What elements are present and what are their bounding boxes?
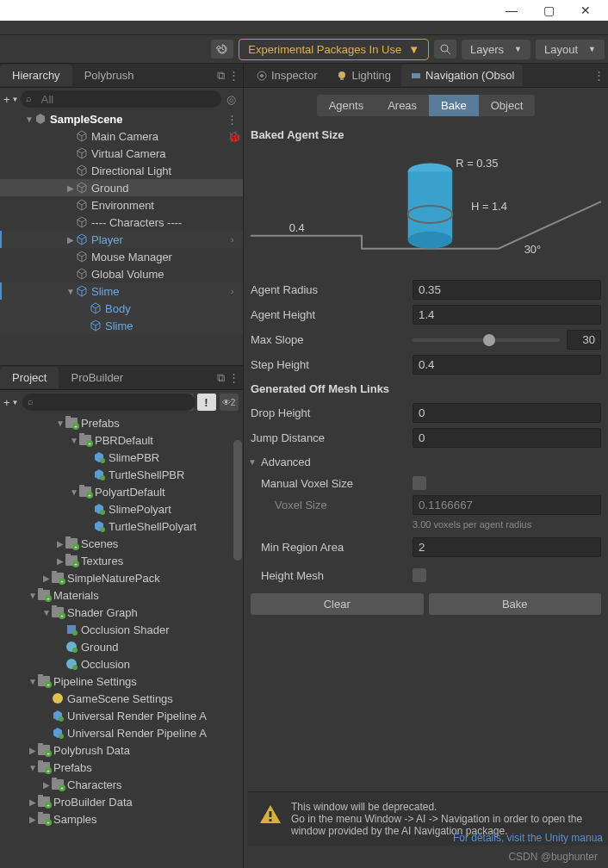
foldout-icon[interactable]: ▼ <box>69 436 79 445</box>
search-context-icon[interactable]: ◎ <box>223 93 239 106</box>
foldout-icon[interactable]: ▶ <box>41 574 52 583</box>
menu-icon[interactable]: ⋮ <box>226 113 243 126</box>
search-button[interactable] <box>434 40 456 59</box>
menu-icon[interactable]: ⋮ <box>228 371 239 385</box>
hierarchy-item[interactable]: ▶Player› <box>0 231 243 248</box>
foldout-icon[interactable]: ▶ <box>28 815 38 824</box>
hierarchy-item[interactable]: Mouse Manager <box>0 248 243 265</box>
max-slope-slider[interactable] <box>413 338 560 342</box>
popout-icon[interactable]: ⧉ <box>217 371 225 385</box>
foldout-icon[interactable]: ▼ <box>69 487 79 497</box>
mode-tab-bake[interactable]: Bake <box>429 95 479 116</box>
mode-tab-areas[interactable]: Areas <box>375 95 429 116</box>
foldout-icon[interactable]: ▼ <box>28 677 38 686</box>
foldout-icon[interactable]: ▶ <box>65 183 76 193</box>
tab-probuilder[interactable]: ProBuilder <box>59 367 135 388</box>
layout-dropdown[interactable]: Layout▼ <box>536 40 605 59</box>
menu-icon[interactable]: ⋮ <box>228 69 239 83</box>
foldout-icon[interactable]: ▶ <box>65 235 76 245</box>
tab-inspector[interactable]: Inspector <box>247 65 326 86</box>
agent-height-input[interactable] <box>413 305 601 325</box>
history-button[interactable] <box>211 40 233 59</box>
step-height-input[interactable] <box>413 355 601 375</box>
mode-tab-agents[interactable]: Agents <box>317 95 375 116</box>
hierarchy-item[interactable]: Main Camera🐞 <box>0 127 243 145</box>
hierarchy-tree[interactable]: ▼ SampleScene ⋮ Main Camera🐞Virtual Came… <box>0 110 243 365</box>
tab-polybrush[interactable]: Polybrush <box>72 65 146 86</box>
hierarchy-item[interactable]: ▼Slime› <box>0 282 243 300</box>
project-item[interactable]: ▼+PBRDefault <box>0 431 243 449</box>
warning-link[interactable]: For details, visit the Unity manua <box>453 832 603 844</box>
project-item[interactable]: ▼+Pipeline Settings <box>0 673 243 690</box>
project-item[interactable]: SlimePBR <box>0 449 243 466</box>
experimental-packages-button[interactable]: Experimental Packages In Use ▼ <box>239 39 429 60</box>
open-prefab-icon[interactable]: › <box>231 235 243 245</box>
foldout-icon[interactable]: ▶ <box>28 797 38 807</box>
scene-row[interactable]: ▼ SampleScene ⋮ <box>0 110 243 127</box>
hierarchy-item[interactable]: Global Volume <box>0 265 243 282</box>
clear-button[interactable]: Clear <box>251 593 424 615</box>
bake-button[interactable]: Bake <box>429 593 602 615</box>
foldout-icon[interactable]: ▶ <box>55 539 65 549</box>
project-item[interactable]: TurtleShellPolyart <box>0 518 243 535</box>
hierarchy-item[interactable]: Virtual Camera <box>0 145 243 162</box>
hierarchy-item[interactable]: Directional Light <box>0 162 243 179</box>
project-item[interactable]: ▶+Polybrush Data <box>0 741 243 759</box>
menu-icon[interactable]: ⋮ <box>593 69 605 82</box>
project-item[interactable]: TurtleShellPBR <box>0 466 243 483</box>
project-item[interactable]: ▶+Samples <box>0 810 243 828</box>
hierarchy-item[interactable]: Body <box>0 300 243 317</box>
project-item[interactable]: ▼+Shader Graph <box>0 604 243 621</box>
project-item[interactable]: ▶+Scenes <box>0 535 243 552</box>
project-tree[interactable]: ▼+Prefabs▼+PBRDefaultSlimePBRTurtleShell… <box>0 414 243 868</box>
tab-hierarchy[interactable]: Hierarchy <box>0 65 72 86</box>
hierarchy-item[interactable]: ▶Ground <box>0 179 243 196</box>
project-item[interactable]: ▼+Materials <box>0 586 243 604</box>
project-item[interactable]: Universal Render Pipeline A <box>0 707 243 724</box>
project-item[interactable]: GameScene Settings <box>0 690 243 707</box>
project-search-input[interactable] <box>22 394 195 411</box>
tab-lighting[interactable]: Lighting <box>327 65 400 86</box>
project-item[interactable]: SlimePolyart <box>0 500 243 518</box>
foldout-icon[interactable]: ▼ <box>41 608 52 617</box>
project-item[interactable]: ▶+Textures <box>0 552 243 569</box>
project-item[interactable]: Ground <box>0 638 243 655</box>
project-item[interactable]: ▶+ProBuilder Data <box>0 793 243 810</box>
foldout-icon[interactable]: ▼ <box>28 591 38 600</box>
foldout-icon[interactable]: ▶ <box>28 746 38 755</box>
open-prefab-icon[interactable]: › <box>231 287 243 296</box>
popout-icon[interactable]: ⧉ <box>217 69 225 83</box>
drop-height-input[interactable] <box>413 403 601 423</box>
foldout-icon[interactable]: ▶ <box>41 780 52 790</box>
project-item[interactable]: Universal Render Pipeline A <box>0 724 243 741</box>
tab-navigation[interactable]: Navigation (Obsol <box>401 65 523 86</box>
manual-voxel-checkbox[interactable] <box>413 476 426 490</box>
foldout-icon[interactable]: ▼ <box>65 287 76 296</box>
create-menu[interactable]: +▼ <box>3 396 19 409</box>
project-item[interactable]: Occlusion Shader <box>0 621 243 638</box>
minimize-button[interactable]: — <box>506 3 518 17</box>
hierarchy-item[interactable]: ---- Characters ---- <box>0 214 243 231</box>
project-item[interactable]: ▶+Characters <box>0 776 243 793</box>
foldout-icon[interactable]: ▶ <box>55 556 65 566</box>
tab-project[interactable]: Project <box>0 367 59 388</box>
jump-distance-input[interactable] <box>413 428 601 448</box>
height-mesh-checkbox[interactable] <box>413 568 426 582</box>
hierarchy-item[interactable]: Environment <box>0 196 243 214</box>
layers-dropdown[interactable]: Layers▼ <box>462 40 530 59</box>
max-slope-value[interactable]: 30 <box>567 330 601 350</box>
maximize-button[interactable]: ▢ <box>543 3 555 17</box>
project-item[interactable]: ▼+PolyartDefault <box>0 483 243 500</box>
project-item[interactable]: Occlusion <box>0 655 243 673</box>
info-button[interactable]: ! <box>197 394 216 411</box>
foldout-icon[interactable]: ▼ <box>24 115 34 124</box>
project-item[interactable]: ▶+SimpleNaturePack <box>0 569 243 586</box>
hierarchy-search-input[interactable] <box>21 90 221 108</box>
mode-tab-object[interactable]: Object <box>479 95 536 116</box>
foldout-icon[interactable]: ▼ <box>28 763 38 772</box>
close-button[interactable]: ✕ <box>580 3 591 17</box>
project-item[interactable]: ▼+Prefabs <box>0 414 243 431</box>
advanced-foldout[interactable]: ▼ Advanced <box>244 450 608 474</box>
foldout-icon[interactable]: ▼ <box>55 418 65 428</box>
project-item[interactable]: ▼+Prefabs <box>0 759 243 776</box>
